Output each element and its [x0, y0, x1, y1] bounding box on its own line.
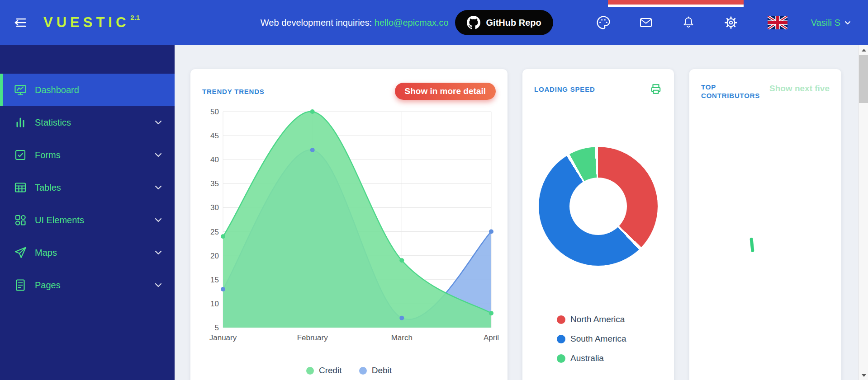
chevron-down-icon	[155, 185, 162, 190]
trend-chart-svg: 5101520253035404550JanuaryFebruaryMarchA…	[202, 105, 496, 344]
loading-speed-title: LOADING SPEED	[534, 85, 595, 94]
loading-speed-card: LOADING SPEED North America	[522, 69, 674, 380]
pages-icon	[14, 278, 27, 292]
print-button[interactable]	[650, 83, 662, 95]
language-selector[interactable]	[768, 16, 787, 29]
legend-item-credit[interactable]: Credit	[306, 366, 342, 375]
logo-text: VUESTIC	[43, 14, 129, 31]
svg-text:March: March	[391, 333, 413, 342]
email-link[interactable]: hello@epicmax.co	[375, 18, 449, 28]
inquiries-label: Web development inquiries:	[261, 18, 375, 28]
theme-palette-button[interactable]	[596, 15, 611, 30]
svg-text:30: 30	[210, 203, 219, 212]
gear-icon	[724, 15, 738, 30]
show-more-detail-button[interactable]: Show in more detail	[395, 83, 496, 100]
sidebar-item-maps[interactable]: Maps	[0, 236, 175, 269]
svg-text:February: February	[297, 333, 328, 342]
settings-button[interactable]	[723, 15, 739, 30]
uk-flag-icon	[768, 16, 787, 29]
sidebar-item-label: Maps	[35, 248, 155, 258]
sidebar-item-pages[interactable]: Pages	[0, 269, 175, 301]
printer-icon	[650, 83, 662, 95]
ui-elements-icon	[14, 213, 27, 227]
maps-icon	[14, 246, 27, 259]
loading-donut-legend: North America South America Australia	[557, 314, 674, 363]
navbar-icon-group	[596, 15, 739, 30]
sidebar-item-forms[interactable]: Forms	[0, 139, 175, 171]
debit-legend-dot	[359, 367, 367, 375]
north-america-legend-dot	[557, 315, 565, 324]
main-content: TRENDY TRENDS Show in more detail 510152…	[175, 45, 859, 380]
chevron-down-icon	[155, 283, 162, 287]
svg-text:50: 50	[210, 108, 219, 116]
legend-item-north-america[interactable]: North America	[557, 314, 674, 324]
top-contributors-title: TOP CONTRIBUTORS	[701, 83, 769, 100]
scroll-down-button[interactable]	[859, 371, 868, 380]
github-button-label: GitHub Repo	[486, 18, 541, 28]
chevron-down-icon	[844, 21, 851, 25]
loading-donut	[539, 147, 658, 266]
dashboard-icon	[14, 83, 27, 97]
forms-icon	[14, 148, 27, 162]
menu-toggle-button[interactable]	[11, 16, 27, 29]
australia-legend-dot	[557, 354, 565, 363]
scroll-down-icon	[862, 374, 866, 377]
notifications-button[interactable]	[681, 15, 696, 30]
credit-legend-label: Credit	[319, 366, 342, 375]
legend-item-australia[interactable]: Australia	[557, 353, 674, 363]
partial-notification-body	[608, 5, 744, 7]
logo-version: 2.1	[130, 14, 140, 21]
scrollbar-thumb[interactable]	[859, 55, 868, 103]
australia-legend-label: Australia	[570, 353, 604, 363]
svg-text:35: 35	[210, 179, 219, 188]
vuestic-admin-app: VUESTIC 2.1 Web development inquiries: h…	[0, 0, 868, 380]
github-repo-button[interactable]: GitHub Repo	[455, 10, 553, 35]
sidebar-collapse-icon	[11, 16, 27, 29]
sidebar-item-statistics[interactable]: Statistics	[0, 106, 175, 139]
github-icon	[467, 16, 480, 29]
scroll-up-button[interactable]	[859, 45, 868, 55]
sidebar-item-dashboard[interactable]: Dashboard	[0, 74, 175, 106]
scroll-up-icon	[862, 49, 866, 52]
sidebar-item-label: Statistics	[35, 117, 155, 128]
credit-legend-dot	[306, 367, 314, 375]
palette-icon	[596, 15, 611, 30]
svg-text:45: 45	[210, 131, 219, 140]
svg-text:25: 25	[210, 228, 219, 236]
partial-notification	[608, 0, 744, 5]
app-logo[interactable]: VUESTIC 2.1	[43, 14, 140, 31]
chevron-down-icon	[155, 120, 162, 125]
trendy-trends-title: TRENDY TRENDS	[202, 87, 265, 96]
svg-text:40: 40	[210, 155, 219, 164]
messages-button[interactable]	[638, 15, 654, 30]
user-menu[interactable]: Vasili S	[811, 18, 851, 28]
chevron-down-icon	[155, 250, 162, 255]
trendy-trends-card: TRENDY TRENDS Show in more detail 510152…	[190, 69, 508, 380]
mail-icon	[639, 15, 653, 30]
north-america-legend-label: North America	[570, 314, 625, 324]
south-america-legend-dot	[557, 335, 565, 343]
legend-item-debit[interactable]: Debit	[359, 366, 392, 375]
tables-icon	[14, 181, 27, 194]
svg-text:15: 15	[210, 276, 219, 284]
debit-legend-label: Debit	[372, 366, 392, 375]
sidebar-item-label: Tables	[35, 183, 155, 193]
sidebar-item-label: Dashboard	[35, 85, 162, 95]
legend-item-south-america[interactable]: South America	[557, 334, 674, 344]
user-name: Vasili S	[811, 18, 840, 28]
inquiries-text: Web development inquiries: hello@epicmax…	[261, 18, 449, 28]
top-navbar: VUESTIC 2.1 Web development inquiries: h…	[0, 0, 868, 45]
svg-text:5: 5	[215, 324, 219, 332]
sidebar-item-ui-elements[interactable]: UI Elements	[0, 204, 175, 236]
statistics-icon	[14, 116, 27, 129]
top-contributors-card: TOP CONTRIBUTORS Show next five	[689, 69, 841, 380]
svg-text:April: April	[484, 333, 499, 342]
svg-text:10: 10	[210, 300, 219, 308]
show-next-five-button[interactable]: Show next five	[769, 83, 830, 94]
svg-text:January: January	[209, 333, 237, 342]
contributors-chart-fragment	[749, 238, 754, 253]
south-america-legend-label: South America	[570, 334, 626, 344]
chevron-down-icon	[155, 218, 162, 222]
vertical-scrollbar[interactable]	[859, 45, 868, 380]
sidebar-item-tables[interactable]: Tables	[0, 171, 175, 204]
